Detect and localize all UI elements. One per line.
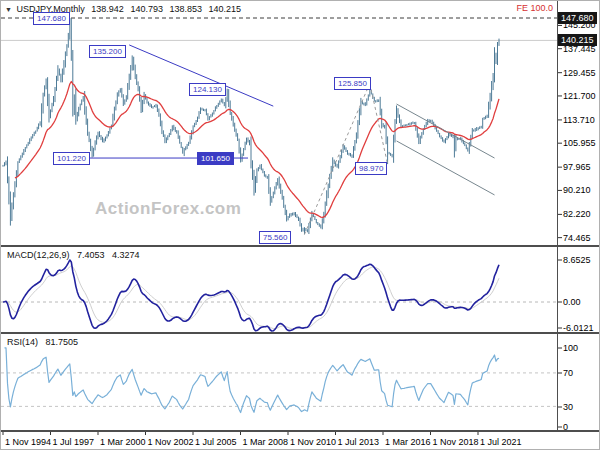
price-annotation[interactable]: 75.560 bbox=[259, 231, 291, 244]
time-axis-label: 1 Nov 1994 bbox=[5, 437, 51, 447]
price-axis-label: 74.465 bbox=[563, 233, 591, 243]
price-bars[interactable] bbox=[3, 18, 499, 234]
price-axis-label: 82.220 bbox=[563, 209, 591, 219]
ohlc-high: 140.793 bbox=[130, 4, 163, 14]
price-annotation[interactable]: 101.650 bbox=[197, 152, 234, 165]
price-annotation[interactable]: 135.200 bbox=[89, 45, 126, 58]
rsi-indicator-label: RSI(14) 81.7505 bbox=[7, 337, 83, 347]
moving-average-line bbox=[15, 82, 499, 218]
time-axis-label: 1 Jul 2021 bbox=[480, 437, 522, 447]
macd-axis-label: 8.6525 bbox=[563, 255, 591, 265]
fib-expansion-label: FE 100.0 bbox=[493, 3, 553, 13]
price-axis-label: 121.700 bbox=[563, 91, 596, 101]
pane-divider-main-macd[interactable] bbox=[1, 245, 600, 247]
rsi-name: RSI(14) bbox=[7, 337, 38, 347]
ohlc-close: 140.215 bbox=[209, 4, 242, 14]
time-axis-label: 1 Jul 2013 bbox=[338, 437, 380, 447]
price-axis-label: 105.955 bbox=[563, 138, 596, 148]
time-axis-label: 1 Mar 2016 bbox=[385, 437, 431, 447]
pane-divider-rsi-timeaxis[interactable] bbox=[1, 430, 600, 432]
ohlc-low: 138.853 bbox=[169, 4, 202, 14]
rsi-axis-label: 30 bbox=[563, 402, 573, 412]
ohlc-open: 138.942 bbox=[91, 4, 124, 14]
time-axis-label: 1 Nov 2018 bbox=[433, 437, 479, 447]
price-annotation[interactable]: 98.970 bbox=[355, 162, 387, 175]
swing-down-dashed[interactable] bbox=[370, 83, 388, 164]
macd-axis-label: -6.0121 bbox=[563, 323, 594, 333]
channel-upper-line[interactable] bbox=[397, 104, 495, 158]
time-axis-label: 1 Jul 2005 bbox=[195, 437, 237, 447]
macd-main-value: 7.4053 bbox=[77, 250, 105, 260]
price-annotation[interactable]: 125.850 bbox=[334, 77, 371, 90]
chart-window: ▼ USDJPY,Monthly 138.942 140.793 138.853… bbox=[0, 0, 600, 450]
swing-up-dashed[interactable] bbox=[304, 83, 369, 234]
macd-main-line bbox=[3, 260, 499, 331]
macd-signal-value: 4.3274 bbox=[112, 250, 140, 260]
chart-canvas[interactable] bbox=[1, 1, 600, 450]
chevron-down-icon[interactable]: ▼ bbox=[5, 6, 12, 13]
resistance-trendline[interactable] bbox=[129, 45, 273, 106]
macd-name: MACD(12,26,9) bbox=[7, 250, 70, 260]
rsi-axis-label: 100 bbox=[563, 343, 578, 353]
price-tag: 140.215 bbox=[558, 34, 597, 46]
time-axis-label: 1 Mar 2008 bbox=[243, 437, 289, 447]
time-axis-label: 1 Nov 2010 bbox=[290, 437, 336, 447]
watermark: ActionForex.com bbox=[95, 199, 241, 219]
pane-divider-macd-rsi[interactable] bbox=[1, 332, 600, 334]
macd-axis-label: 0.00 bbox=[563, 297, 581, 307]
rsi-axis-label: 0 bbox=[563, 422, 568, 432]
time-axis-label: 1 Mar 2000 bbox=[100, 437, 146, 447]
price-annotation[interactable]: 124.130 bbox=[189, 83, 226, 96]
price-axis-label: 97.965 bbox=[563, 162, 591, 172]
rsi-axis-label: 70 bbox=[563, 368, 573, 378]
time-axis-label: 1 Nov 2002 bbox=[148, 437, 194, 447]
price-axis-label: 113.710 bbox=[563, 115, 595, 125]
price-annotation[interactable]: 147.680 bbox=[33, 12, 70, 25]
channel-lower-line[interactable] bbox=[397, 141, 495, 195]
price-tag: 147.680 bbox=[558, 12, 597, 24]
macd-indicator-label: MACD(12,26,9) 7.4053 4.3274 bbox=[7, 250, 145, 260]
rsi-value: 81.7505 bbox=[46, 337, 79, 347]
price-axis-label: 129.455 bbox=[563, 68, 596, 78]
price-axis-separator bbox=[557, 1, 558, 431]
time-axis-label: 1 Jul 1997 bbox=[53, 437, 95, 447]
price-axis-label: 90.210 bbox=[563, 185, 591, 195]
price-annotation[interactable]: 101.220 bbox=[53, 152, 90, 165]
rsi-line bbox=[5, 348, 500, 413]
